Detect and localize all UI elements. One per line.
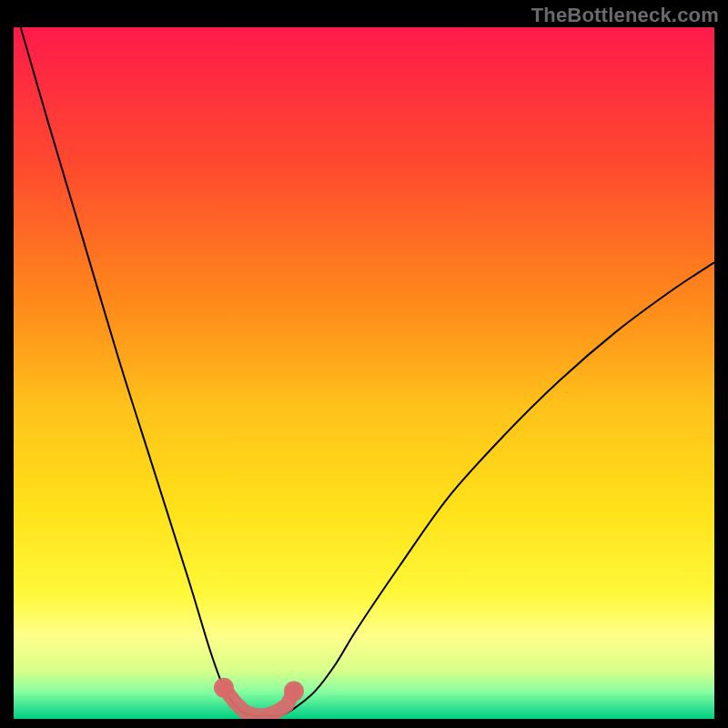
plot-area [14,27,714,719]
gradient-background [14,27,714,719]
app-frame: TheBottleneck.com [0,0,728,728]
svg-point-0 [214,678,234,698]
bottleneck-chart [14,27,714,719]
watermark-text: TheBottleneck.com [531,4,719,27]
svg-point-1 [284,682,304,702]
